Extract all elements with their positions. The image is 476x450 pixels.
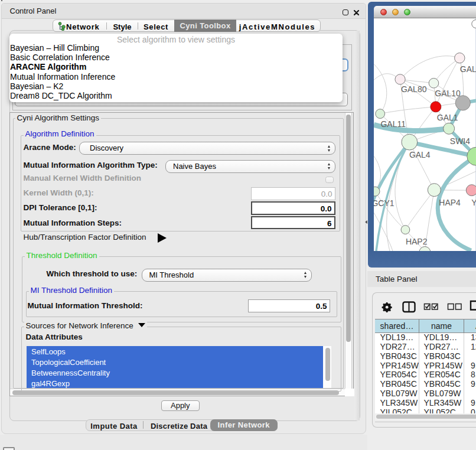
svg-text:SWI4: SWI4 xyxy=(450,136,470,146)
svg-text:GAL10: GAL10 xyxy=(435,89,461,98)
svg-text:GAL4: GAL4 xyxy=(409,150,431,159)
svg-text:GAL1: GAL1 xyxy=(437,113,458,122)
svg-text:HAP2: HAP2 xyxy=(406,237,428,246)
svg-text:Y: Y xyxy=(471,198,476,207)
svg-text:GAL11: GAL11 xyxy=(380,119,406,129)
svg-text:HAP4: HAP4 xyxy=(439,198,461,207)
svg-text:GAL80: GAL80 xyxy=(401,84,427,94)
svg-text:GCY1: GCY1 xyxy=(374,198,395,208)
svg-text:GAL: GAL xyxy=(460,64,476,74)
